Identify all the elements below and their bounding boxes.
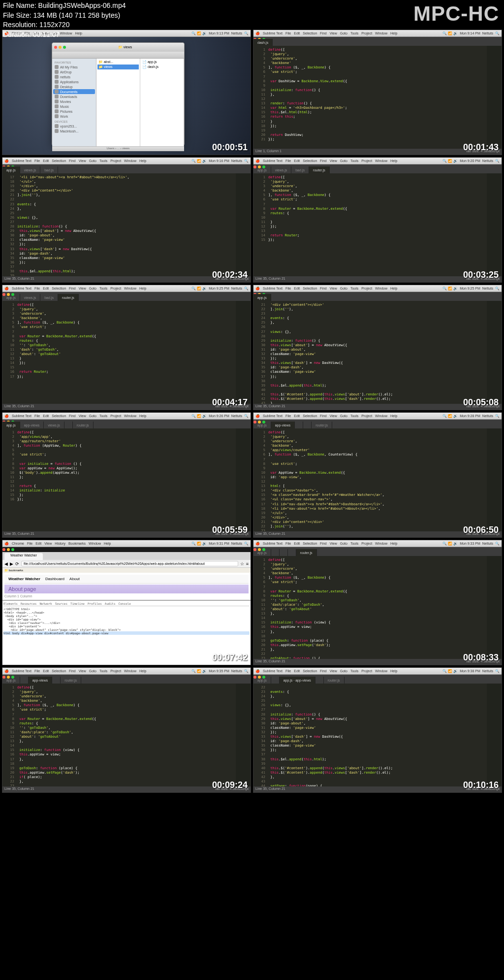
menu-item[interactable]: Project <box>361 542 372 545</box>
menu-item[interactable]: Find <box>320 542 327 545</box>
code-editor[interactable]: 21 '<div id="content"></div>'22 ].join('… <box>253 301 502 410</box>
editor-tab[interactable] <box>64 422 73 428</box>
menu-item[interactable]: Edit <box>294 287 300 290</box>
apple-icon[interactable]: 🍎 <box>255 32 260 35</box>
editor-tab[interactable]: app.js <box>2 294 20 301</box>
menu-item[interactable]: Window <box>124 669 136 673</box>
code-editor[interactable]: 1define([2 'jquery',3 'underscore',4 'ba… <box>253 556 502 665</box>
menu-item[interactable]: File <box>285 414 291 418</box>
devtools-tab[interactable]: Profiles <box>88 602 102 605</box>
editor-tab[interactable] <box>303 422 312 428</box>
menu-item[interactable]: File <box>285 32 291 35</box>
sidebar-item[interactable]: Applications <box>53 79 95 84</box>
nav-link[interactable]: Dashboard <box>45 577 64 581</box>
menu-item[interactable]: Help <box>390 32 397 35</box>
video-thumbnail[interactable]: 🍎Sublime TextFileEditSelectionFindViewGo… <box>253 285 502 410</box>
editor-tab[interactable]: views.js <box>20 166 41 173</box>
menu-item[interactable]: Window <box>375 32 387 35</box>
menu-item[interactable]: Find <box>69 287 76 290</box>
reload-button[interactable]: ⟳ <box>15 561 19 566</box>
code-editor[interactable]: 1define([2 'jquery',3 'underscore',4 'ba… <box>253 46 502 155</box>
menu-item[interactable]: Help <box>390 542 397 545</box>
menu-item[interactable]: View <box>330 287 337 290</box>
menu-item[interactable]: Edit <box>294 542 300 545</box>
video-thumbnail[interactable]: 🍎FinderFileEditViewGoWindowHelp🔍 📶 🔊 Mon… <box>2 30 251 155</box>
devtools-tab[interactable]: Elements <box>3 602 18 605</box>
menu-item[interactable]: Edit <box>294 159 300 163</box>
editor-tab[interactable]: dash.js <box>253 39 273 46</box>
menu-item[interactable]: View <box>330 414 337 418</box>
editor-tab[interactable]: views.js <box>44 422 64 428</box>
menu-item[interactable]: Selection <box>303 32 317 35</box>
menu-item[interactable]: Edit <box>43 159 49 163</box>
video-thumbnail[interactable]: 🍎Sublime TextFileEditSelectionFindViewGo… <box>253 157 502 283</box>
menu-item[interactable]: Goto <box>89 414 96 418</box>
finder-toolbar[interactable] <box>52 52 184 59</box>
sidebar-item[interactable]: Pictures <box>53 109 95 114</box>
menu-item[interactable]: Help <box>390 159 397 163</box>
menu-item[interactable]: Project <box>361 669 372 673</box>
menu-item[interactable]: Selection <box>303 669 317 673</box>
menu-item[interactable]: Selection <box>303 287 317 290</box>
menu-item[interactable]: Edit <box>43 287 49 290</box>
menu-item[interactable]: Window <box>89 542 101 545</box>
menu-item[interactable]: Goto <box>340 414 347 418</box>
sidebar-item[interactable]: Work <box>53 114 95 119</box>
devtools-tab[interactable]: Audits <box>105 602 116 605</box>
editor-tab[interactable] <box>288 549 296 556</box>
menu-item[interactable]: Help <box>139 669 146 673</box>
menu-item[interactable]: View <box>79 159 86 163</box>
menu-item[interactable]: Window <box>375 414 387 418</box>
video-thumbnail[interactable]: 🍎Sublime TextFileEditSelectionFindViewGo… <box>253 412 502 538</box>
minimap[interactable] <box>236 684 251 793</box>
finder-item[interactable]: 📄 dash.js <box>141 65 183 69</box>
apple-icon[interactable]: 🍎 <box>255 414 260 418</box>
menu-item[interactable]: File <box>285 287 291 290</box>
menu-item[interactable]: Tools <box>99 414 107 418</box>
finder-item[interactable]: 📄 app.js <box>141 60 183 65</box>
menu-item[interactable]: Tools <box>350 542 358 545</box>
editor-tab[interactable]: app.js <box>2 677 20 684</box>
menu-item[interactable]: View <box>44 542 52 545</box>
menu-item[interactable]: Bookmarks <box>68 542 86 545</box>
menu-item[interactable]: Window <box>124 159 136 163</box>
menu-item[interactable]: Selection <box>52 159 66 163</box>
sidebar-item[interactable]: Desktop <box>53 84 95 89</box>
menu-item[interactable]: Find <box>69 669 76 673</box>
address-input[interactable] <box>21 561 238 566</box>
menu-item[interactable]: History <box>55 542 65 545</box>
menu-item[interactable]: Selection <box>52 414 66 418</box>
code-editor[interactable]: 2223 events: {24 },2526 views: {},2728 i… <box>253 684 502 793</box>
editor-tab[interactable]: app.js · app-views <box>280 677 315 684</box>
devtools-tab[interactable]: Resources <box>21 602 37 605</box>
menu-icon[interactable]: ≡ <box>246 561 249 566</box>
editor-tab[interactable] <box>295 422 303 428</box>
apple-icon[interactable]: 🍎 <box>4 287 9 291</box>
menu-item[interactable]: Goto <box>89 287 96 290</box>
menu-item[interactable]: Project <box>110 159 121 163</box>
minimap[interactable] <box>487 173 502 283</box>
menu-item[interactable]: Project <box>110 669 121 673</box>
sidebar-item[interactable]: Downloads <box>53 94 95 99</box>
code-editor[interactable]: 1define([2 'jquery',3 'underscore',4 'ba… <box>253 173 502 283</box>
minimap[interactable] <box>236 173 251 283</box>
editor-tab[interactable]: app.js <box>2 422 20 428</box>
menu-item[interactable]: Find <box>69 414 76 418</box>
menu-item[interactable]: View <box>79 287 86 290</box>
menu-item[interactable]: Sublime Text <box>263 287 283 290</box>
code-editor[interactable]: 1define([2 'jquery',3 'underscore',4 'ba… <box>2 684 251 793</box>
finder-item[interactable]: 📁 abst... <box>97 60 139 65</box>
menu-item[interactable]: Selection <box>303 414 317 418</box>
menu-item[interactable]: Selection <box>303 542 317 545</box>
minimap[interactable] <box>236 301 251 410</box>
browser-tab[interactable]: Weather Watcher <box>4 553 43 560</box>
finder-item[interactable]: 📁 views <box>97 65 139 69</box>
menu-item[interactable]: Project <box>361 32 372 35</box>
menu-item[interactable]: Window <box>124 287 136 290</box>
menu-item[interactable]: Edit <box>294 669 300 673</box>
traffic-lights[interactable] <box>54 46 66 49</box>
sidebar-item[interactable]: Movies <box>53 99 95 104</box>
editor-tab[interactable]: views.js <box>20 294 41 301</box>
video-thumbnail[interactable]: 🍎Sublime TextFileEditSelectionFindViewGo… <box>2 667 251 793</box>
menu-item[interactable]: Help <box>390 669 397 673</box>
